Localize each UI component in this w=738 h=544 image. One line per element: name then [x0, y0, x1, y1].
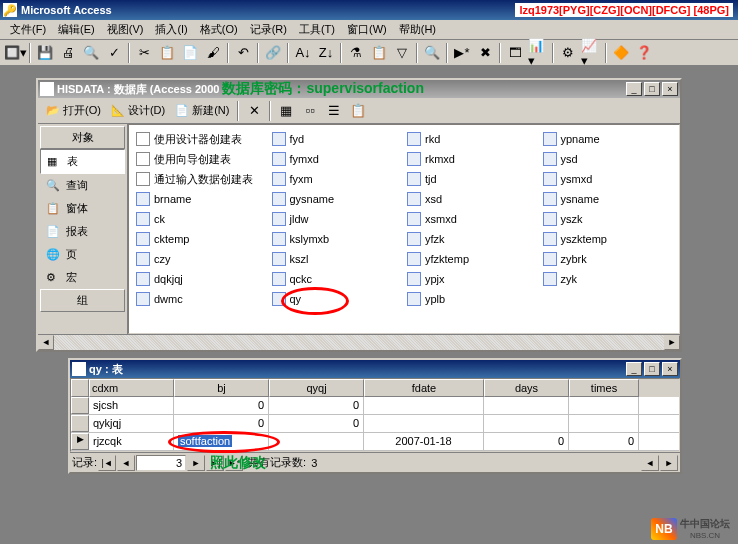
table-item[interactable]: zybrk [540, 249, 676, 269]
table-item[interactable]: qckc [269, 269, 405, 289]
table-item[interactable]: yszk [540, 209, 676, 229]
db-new-button[interactable]: 📄新建(N) [171, 101, 233, 120]
sidebar-item-reports[interactable]: 📄报表 [40, 220, 125, 243]
analyze-icon[interactable]: 📈▾ [580, 42, 602, 64]
office-links-icon[interactable]: 🔶 [610, 42, 632, 64]
table-item[interactable]: jldw [269, 209, 405, 229]
ds-cell[interactable]: softfaction [174, 433, 269, 450]
table-item[interactable]: yfzktemp [404, 249, 540, 269]
format-painter-icon[interactable]: 🖌 [202, 42, 224, 64]
menu-tools[interactable]: 工具(T) [293, 20, 341, 39]
sidebar-item-macros[interactable]: ⚙宏 [40, 266, 125, 289]
table-item[interactable]: ysname [540, 189, 676, 209]
table-item[interactable]: xsd [404, 189, 540, 209]
db-scroll-h[interactable]: ◄ ► [38, 334, 680, 350]
ds-col-times[interactable]: times [569, 379, 639, 397]
ds-cell[interactable] [484, 397, 569, 414]
ds-cell[interactable] [569, 415, 639, 432]
table-item[interactable]: zyk [540, 269, 676, 289]
print-icon[interactable]: 🖨 [57, 42, 79, 64]
ds-maximize-button[interactable]: □ [644, 362, 660, 376]
table-item[interactable]: tjd [404, 169, 540, 189]
nav-scroll-right[interactable]: ► [660, 455, 678, 471]
table-item[interactable]: ck [133, 209, 269, 229]
ds-rowsel[interactable] [71, 415, 89, 432]
table-item[interactable]: yszktemp [540, 229, 676, 249]
ds-cell[interactable]: rjzcqk [89, 433, 174, 450]
ds-cell[interactable]: 0 [484, 433, 569, 450]
table-item[interactable]: kslymxb [269, 229, 405, 249]
help-icon[interactable]: ❓ [633, 42, 655, 64]
table-item[interactable]: 通过输入数据创建表 [133, 169, 269, 189]
nav-next-button[interactable]: ► [187, 455, 205, 471]
db-delete-icon[interactable]: ✕ [243, 100, 265, 122]
sort-desc-icon[interactable]: Z↓ [315, 42, 337, 64]
sidebar-item-forms[interactable]: 📋窗体 [40, 197, 125, 220]
table-item[interactable]: dwmc [133, 289, 269, 309]
table-item[interactable]: rkd [404, 129, 540, 149]
ds-cell[interactable] [569, 397, 639, 414]
view-large-icon[interactable]: ▦ [275, 100, 297, 122]
menu-format[interactable]: 格式(O) [194, 20, 244, 39]
relationships-icon[interactable]: ⚙ [557, 42, 579, 64]
nav-scroll-left[interactable]: ◄ [641, 455, 659, 471]
ds-rowsel[interactable]: ▶ [71, 433, 89, 450]
ds-cell[interactable]: 0 [269, 415, 364, 432]
table-item[interactable]: dqkjqj [133, 269, 269, 289]
table-item[interactable]: ysd [540, 149, 676, 169]
table-item[interactable]: yfzk [404, 229, 540, 249]
sort-asc-icon[interactable]: A↓ [292, 42, 314, 64]
ds-rowsel[interactable] [71, 397, 89, 414]
undo-icon[interactable]: ↶ [232, 42, 254, 64]
view-small-icon[interactable]: ▫▫ [299, 100, 321, 122]
table-item[interactable]: 使用向导创建表 [133, 149, 269, 169]
table-item[interactable]: fyd [269, 129, 405, 149]
table-item[interactable]: fyxm [269, 169, 405, 189]
table-item[interactable]: ysmxd [540, 169, 676, 189]
db-minimize-button[interactable]: _ [626, 82, 642, 96]
db-open-button[interactable]: 📂打开(O) [42, 101, 105, 120]
ds-col-qyqj[interactable]: qyqj [269, 379, 364, 397]
nav-current-input[interactable] [136, 455, 186, 471]
sidebar-item-queries[interactable]: 🔍查询 [40, 174, 125, 197]
ds-cell[interactable] [484, 415, 569, 432]
table-item[interactable]: czy [133, 249, 269, 269]
table-item[interactable]: qy [269, 289, 405, 309]
datasheet-grid[interactable]: cdxm bj qyqj fdate days times sjcsh 0 0 … [70, 378, 680, 452]
menu-records[interactable]: 记录(R) [244, 20, 293, 39]
ds-col-cdxm[interactable]: cdxm [89, 379, 174, 397]
ds-col-fdate[interactable]: fdate [364, 379, 484, 397]
table-item[interactable]: brname [133, 189, 269, 209]
ds-cell[interactable] [364, 397, 484, 414]
table-item[interactable]: 使用设计器创建表 [133, 129, 269, 149]
table-item[interactable]: ypjx [404, 269, 540, 289]
table-item[interactable]: fymxd [269, 149, 405, 169]
table-item[interactable]: ypname [540, 129, 676, 149]
ds-cell[interactable]: 0 [269, 397, 364, 414]
table-item[interactable]: kszl [269, 249, 405, 269]
table-item[interactable]: cktemp [133, 229, 269, 249]
database-titlebar[interactable]: HISDATA : 数据库 (Access 2000 数据库密码：supervi… [38, 80, 680, 98]
sidebar-objects-header[interactable]: 对象 [40, 126, 125, 149]
spell-icon[interactable]: ✓ [103, 42, 125, 64]
db-maximize-button[interactable]: □ [644, 82, 660, 96]
ds-row[interactable]: qykjqj 0 0 [71, 415, 679, 433]
table-item[interactable]: yplb [404, 289, 540, 309]
ds-row[interactable]: sjcsh 0 0 [71, 397, 679, 415]
ds-cell[interactable] [364, 415, 484, 432]
menu-file[interactable]: 文件(F) [4, 20, 52, 39]
ds-cell[interactable]: qykjqj [89, 415, 174, 432]
filter-selection-icon[interactable]: ⚗ [345, 42, 367, 64]
ds-cell[interactable]: 2007-01-18 [364, 433, 484, 450]
new-object-icon[interactable]: 📊▾ [527, 42, 549, 64]
menu-help[interactable]: 帮助(H) [393, 20, 442, 39]
scroll-left-icon[interactable]: ◄ [38, 335, 54, 350]
find-icon[interactable]: 🔍 [421, 42, 443, 64]
db-close-button[interactable]: × [662, 82, 678, 96]
scroll-right-icon[interactable]: ► [664, 335, 680, 350]
ds-col-days[interactable]: days [484, 379, 569, 397]
copy-icon[interactable]: 📋 [156, 42, 178, 64]
ds-rowsel-header[interactable] [71, 379, 89, 397]
ds-cell[interactable]: 0 [174, 415, 269, 432]
db-design-button[interactable]: 📐设计(D) [107, 101, 169, 120]
